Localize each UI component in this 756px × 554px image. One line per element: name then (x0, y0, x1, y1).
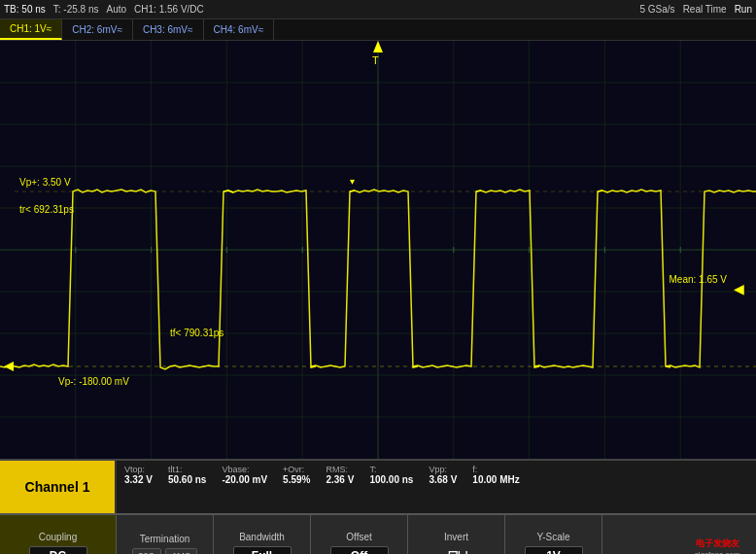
period-measurement: T: 100.00 ns (369, 465, 413, 485)
termination-section: Termination 50Ω 1MΩ (117, 515, 214, 554)
vbase-measurement: Vbase: -20.00 mV (222, 465, 267, 485)
svg-text:T: T (372, 54, 379, 66)
ch2-tab[interactable]: CH2: 6mV≈ (62, 19, 133, 40)
termination-options: 50Ω 1MΩ (132, 548, 198, 555)
yscale-value[interactable]: 1V (525, 546, 583, 555)
bandwidth-section: Bandwidth Full (214, 515, 311, 554)
term-50-button[interactable]: 50Ω (132, 548, 162, 555)
meas-row-1: Vtop: 3.32 V tlt1: 50.60 ns Vbase: -20.0… (124, 465, 748, 485)
channel-tabs: CH1: 1V≈ CH2: 6mV≈ CH3: 6mV≈ CH4: 6mV≈ (0, 19, 756, 41)
tr-label: tr< 692.31ps (19, 204, 74, 215)
mode-display: Auto (107, 4, 127, 15)
svg-text:▾: ▾ (350, 176, 355, 187)
vtop-measurement: Vtop: 3.32 V (124, 465, 153, 485)
channel-label: Channel 1 (0, 461, 117, 513)
logo-area: 电子发烧友 elecfans.com (678, 515, 756, 554)
vpp-measurement: Vpp: 3.68 V (429, 465, 457, 485)
svg-text:◀: ◀ (734, 281, 744, 296)
trigger-time-display: T: -25.8 ns (53, 4, 99, 15)
ch1-tab[interactable]: CH1: 1V≈ (0, 19, 62, 40)
ch3-tab[interactable]: CH3: 6mV≈ (133, 19, 204, 40)
bandwidth-value[interactable]: Full (233, 546, 292, 555)
ch4-tab[interactable]: CH4: 6mV≈ (204, 19, 275, 40)
coupling-section: Coupling DC (0, 515, 117, 554)
yscale-section: Y-Scale 1V (505, 515, 602, 554)
vpp-plus-label: Vp+: 3.50 V (19, 177, 71, 188)
controls-bar: Coupling DC Termination 50Ω 1MΩ Bandwidt… (0, 513, 756, 554)
vpm-label: Vp-: -180.00 mV (58, 376, 129, 387)
timebase-display: TB: 50 ns (4, 4, 46, 15)
term-1m-button[interactable]: 1MΩ (165, 548, 197, 555)
svg-marker-32 (4, 362, 14, 371)
mean-label: Mean: 1.65 V (670, 274, 728, 285)
top-status-bar: TB: 50 ns T: -25.8 ns Auto CH1: 1.56 V/D… (0, 0, 756, 19)
invert-symbol[interactable]: ⊓⊔ (447, 546, 466, 554)
measurements-area: Vtop: 3.32 V tlt1: 50.60 ns Vbase: -20.0… (117, 461, 756, 513)
run-status-display: Run (735, 4, 752, 15)
tlt-measurement: tlt1: 50.60 ns (168, 465, 206, 485)
tf-label: tf< 790.31ps (170, 328, 223, 338)
offset-value[interactable]: Off (330, 546, 389, 555)
rms-measurement: RMS: 2.36 V (326, 465, 354, 485)
scope-display: T ▾ ◀ Vp+: 3.50 V tr< 692.31ps tf< 790.3… (0, 41, 756, 459)
svg-marker-29 (373, 41, 383, 52)
realtime-display: Real Time (683, 4, 727, 15)
waveform: T ▾ ◀ (0, 41, 756, 459)
invert-section: Invert ⊓⊔ (408, 515, 505, 554)
bottom-panel: Channel 1 Vtop: 3.32 V tlt1: 50.60 ns Vb… (0, 459, 756, 513)
ch1-scale-display: CH1: 1.56 V/DC (134, 4, 204, 15)
offset-section: Offset Off (311, 515, 408, 554)
freq-measurement: f: 10.00 MHz (472, 465, 519, 485)
sample-rate-display: 5 GSa/s (639, 4, 674, 15)
ovr-measurement: +Ovr: 5.59% (283, 465, 310, 485)
coupling-value[interactable]: DC (29, 546, 87, 555)
